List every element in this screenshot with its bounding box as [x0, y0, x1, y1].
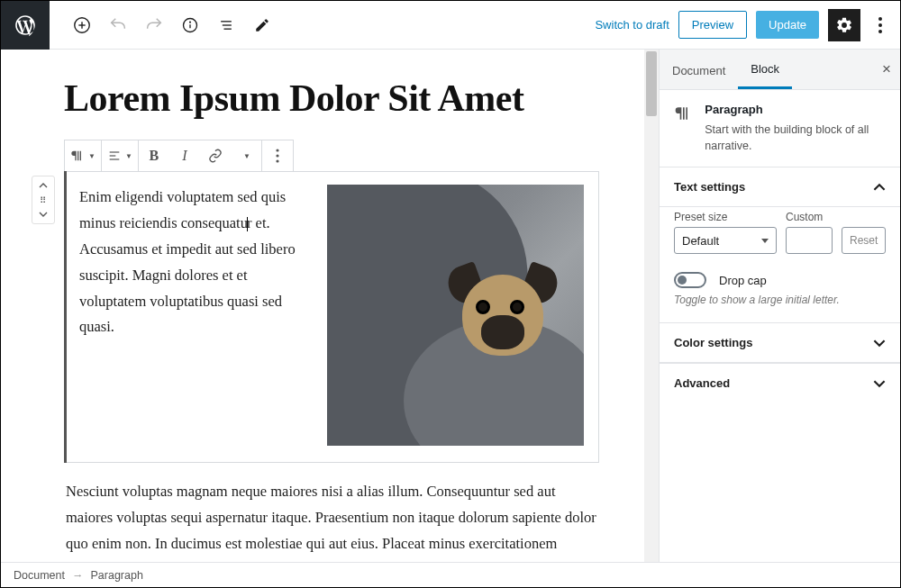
preset-size-label: Preset size — [674, 211, 777, 223]
block-mover[interactable]: ⠿ — [32, 176, 55, 224]
color-settings-toggle[interactable]: Color settings — [660, 323, 900, 363]
paragraph-block[interactable]: Enim eligendi voluptatem sed quis minus … — [64, 171, 599, 463]
block-toolbar: ▼ ▼ B I ▼ — [64, 140, 294, 171]
svg-point-5 — [190, 22, 191, 23]
advanced-toggle[interactable]: Advanced — [660, 363, 900, 403]
preview-button[interactable]: Preview — [678, 11, 747, 39]
italic-button[interactable]: I — [169, 140, 200, 171]
move-down-button[interactable] — [39, 207, 48, 222]
align-button[interactable]: ▼ — [102, 140, 138, 171]
svg-point-15 — [276, 149, 278, 151]
paragraph-block-2[interactable]: Nesciunt voluptas magnam neque maiores n… — [66, 479, 597, 562]
wordpress-logo[interactable] — [1, 1, 50, 50]
text-settings-panel: Text settings Preset size Default Custom… — [660, 167, 900, 323]
preset-size-select[interactable]: Default — [674, 227, 777, 254]
bold-button[interactable]: B — [139, 140, 169, 171]
update-button[interactable]: Update — [756, 11, 819, 39]
dropcap-hint: Toggle to show a large initial letter. — [674, 294, 886, 306]
top-toolbar: Switch to draft Preview Update — [1, 1, 900, 50]
breadcrumb-footer: Document → Paragraph — [1, 562, 900, 587]
breadcrumb-arrow: → — [72, 569, 84, 582]
redo-button[interactable] — [138, 9, 170, 41]
settings-sidebar: Document Block × Paragraph Start with th… — [659, 50, 900, 562]
settings-button[interactable] — [828, 9, 860, 41]
dropcap-toggle[interactable] — [674, 272, 706, 288]
toolbar-right: Switch to draft Preview Update — [595, 9, 900, 41]
post-title[interactable]: Lorem Ipsum Dolor Sit Amet — [64, 77, 599, 120]
more-menu-button[interactable] — [869, 17, 891, 33]
undo-button[interactable] — [102, 9, 134, 41]
custom-size-label: Custom — [786, 211, 833, 223]
block-desc: Start with the building block of all nar… — [705, 122, 886, 154]
block-options-button[interactable] — [262, 140, 293, 171]
canvas-scrollbar[interactable] — [644, 50, 659, 562]
editor-canvas: Lorem Ipsum Dolor Sit Amet ⠿ ▼ ▼ B — [1, 50, 659, 562]
block-type-button[interactable]: ▼ — [65, 140, 101, 171]
custom-size-input[interactable] — [786, 227, 833, 254]
chevron-up-icon — [873, 181, 886, 194]
sidebar-tabs: Document Block × — [660, 50, 900, 90]
breadcrumb-document[interactable]: Document — [14, 569, 65, 582]
svg-point-9 — [878, 17, 882, 21]
scroll-thumb[interactable] — [646, 51, 657, 116]
text-settings-toggle[interactable]: Text settings — [660, 167, 900, 207]
outline-button[interactable] — [210, 9, 242, 41]
tab-block[interactable]: Block — [738, 50, 792, 89]
info-button[interactable] — [174, 9, 206, 41]
selected-block-wrapper: ⠿ ▼ ▼ B I ▼ — [64, 140, 599, 562]
paragraph-text[interactable]: Enim eligendi voluptatem sed quis minus … — [79, 185, 307, 446]
close-sidebar-button[interactable]: × — [882, 60, 891, 78]
paragraph-icon — [674, 103, 692, 154]
block-description: Paragraph Start with the building block … — [660, 90, 900, 167]
svg-point-16 — [276, 154, 278, 157]
more-formatting-button[interactable]: ▼ — [231, 140, 261, 171]
link-button[interactable] — [200, 140, 231, 171]
reset-button[interactable]: Reset — [842, 227, 886, 254]
move-up-button[interactable] — [39, 178, 48, 193]
drag-handle[interactable]: ⠿ — [40, 193, 47, 207]
pug-image[interactable] — [327, 185, 584, 446]
add-block-button[interactable] — [66, 9, 98, 41]
chevron-down-icon — [873, 337, 886, 349]
switch-to-draft-link[interactable]: Switch to draft — [595, 18, 669, 32]
breadcrumb-paragraph[interactable]: Paragraph — [90, 569, 142, 582]
chevron-down-icon — [873, 377, 886, 390]
dropcap-label: Drop cap — [719, 274, 767, 287]
tab-document[interactable]: Document — [660, 51, 738, 88]
workspace: Lorem Ipsum Dolor Sit Amet ⠿ ▼ ▼ B — [1, 50, 900, 562]
toolbar-left — [50, 9, 278, 41]
edit-button[interactable] — [246, 9, 278, 41]
svg-point-11 — [878, 30, 882, 33]
svg-point-17 — [276, 159, 278, 162]
svg-point-10 — [878, 23, 882, 27]
block-title: Paragraph — [705, 103, 886, 116]
